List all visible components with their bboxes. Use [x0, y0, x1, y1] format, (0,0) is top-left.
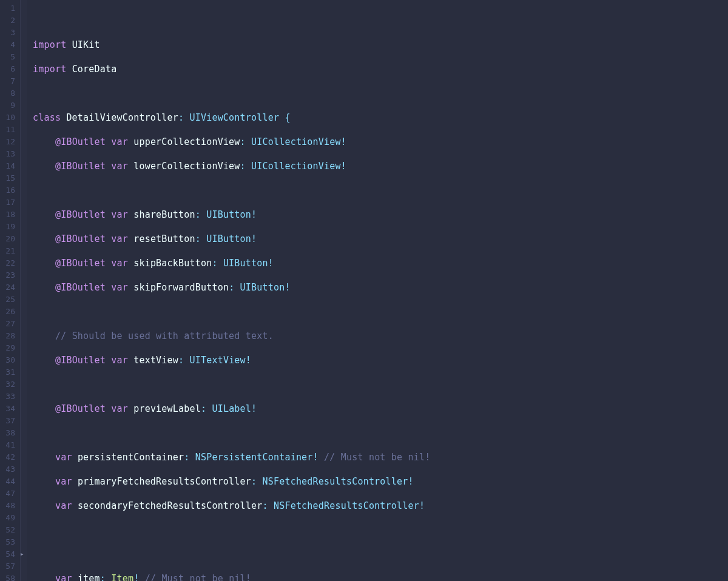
- line-number[interactable]: 14: [0, 160, 16, 172]
- line-number[interactable]: 48: [0, 500, 16, 512]
- line-number[interactable]: 10: [0, 112, 16, 124]
- line-number[interactable]: 37: [0, 415, 16, 427]
- code-line[interactable]: @IBOutlet var shareButton: UIButton!: [33, 209, 728, 221]
- line-number[interactable]: 54: [0, 548, 16, 560]
- line-number[interactable]: 21: [0, 245, 16, 257]
- code-line[interactable]: [33, 378, 728, 391]
- line-number[interactable]: 3: [0, 27, 16, 39]
- line-number[interactable]: 41: [0, 439, 16, 451]
- code-line[interactable]: var primaryFetchedResultsController: NSF…: [33, 475, 728, 488]
- line-number[interactable]: 34: [0, 403, 16, 415]
- code-line[interactable]: @IBOutlet var skipBackButton: UIButton!: [33, 257, 728, 269]
- line-number[interactable]: 11: [0, 124, 16, 136]
- code-line[interactable]: @IBOutlet var resetButton: UIButton!: [33, 233, 728, 245]
- line-number[interactable]: 9: [0, 99, 16, 112]
- line-number[interactable]: 20: [0, 233, 16, 245]
- code-area[interactable]: import UIKit import CoreData class Detai…: [27, 0, 728, 581]
- line-number[interactable]: 53: [0, 536, 16, 548]
- line-number[interactable]: 28: [0, 330, 16, 342]
- code-editor[interactable]: 1 2 3 4 5 6 7 8 9 10 11 12 13 14 15 16 1…: [0, 0, 728, 581]
- line-number[interactable]: 38: [0, 427, 16, 439]
- line-number-gutter[interactable]: 1 2 3 4 5 6 7 8 9 10 11 12 13 14 15 16 1…: [0, 0, 21, 581]
- line-number[interactable]: 44: [0, 475, 16, 488]
- line-number[interactable]: 7: [0, 75, 16, 87]
- line-number[interactable]: 8: [0, 87, 16, 99]
- code-line[interactable]: import CoreData: [33, 63, 728, 75]
- line-number[interactable]: 13: [0, 148, 16, 160]
- line-number[interactable]: 27: [0, 318, 16, 330]
- code-line[interactable]: var item: Item! // Must not be nil!: [33, 573, 728, 581]
- code-line[interactable]: @IBOutlet var skipForwardButton: UIButto…: [33, 281, 728, 294]
- line-number[interactable]: 30: [0, 354, 16, 366]
- line-number[interactable]: 22: [0, 257, 16, 269]
- line-number[interactable]: 49: [0, 512, 16, 524]
- line-number[interactable]: 1: [0, 2, 16, 15]
- line-number[interactable]: 25: [0, 294, 16, 306]
- code-line[interactable]: var secondaryFetchedResultsController: N…: [33, 500, 728, 512]
- code-line[interactable]: @IBOutlet var textView: UITextView!: [33, 354, 728, 366]
- code-line[interactable]: [33, 306, 728, 318]
- breakpoint-marker-icon[interactable]: ▸: [20, 552, 25, 557]
- code-line[interactable]: import UIKit: [33, 39, 728, 51]
- line-number[interactable]: 52: [0, 524, 16, 536]
- line-number[interactable]: 33: [0, 391, 16, 403]
- line-number[interactable]: 6: [0, 63, 16, 75]
- code-line[interactable]: var persistentContainer: NSPersistentCon…: [33, 451, 728, 463]
- code-line[interactable]: [33, 524, 728, 536]
- line-number[interactable]: 57: [0, 560, 16, 573]
- code-line[interactable]: // Should be used with attributed text.: [33, 330, 728, 342]
- line-number[interactable]: 47: [0, 488, 16, 500]
- line-number[interactable]: 24: [0, 281, 16, 294]
- line-number[interactable]: 2: [0, 15, 16, 27]
- line-number[interactable]: 23: [0, 269, 16, 281]
- code-line[interactable]: [33, 548, 728, 560]
- code-line[interactable]: [33, 15, 728, 27]
- code-line[interactable]: [33, 427, 728, 439]
- line-number[interactable]: 43: [0, 463, 16, 475]
- line-number[interactable]: 17: [0, 196, 16, 209]
- code-line[interactable]: @IBOutlet var upperCollectionView: UICol…: [33, 136, 728, 148]
- line-number[interactable]: 58: [0, 573, 16, 581]
- line-number[interactable]: 31: [0, 366, 16, 378]
- line-number[interactable]: 12: [0, 136, 16, 148]
- line-number[interactable]: 42: [0, 451, 16, 463]
- line-number[interactable]: 19: [0, 221, 16, 233]
- line-number[interactable]: 29: [0, 342, 16, 354]
- line-number[interactable]: 5: [0, 51, 16, 63]
- line-number[interactable]: 4: [0, 39, 16, 51]
- line-number[interactable]: 15: [0, 172, 16, 184]
- code-line[interactable]: class DetailViewController: UIViewContro…: [33, 112, 728, 124]
- code-line[interactable]: @IBOutlet var previewLabel: UILabel!: [33, 403, 728, 415]
- line-number[interactable]: 16: [0, 184, 16, 196]
- fold-column[interactable]: ▸: [21, 0, 27, 581]
- line-number[interactable]: 32: [0, 378, 16, 391]
- code-line[interactable]: [33, 184, 728, 196]
- code-line[interactable]: [33, 87, 728, 99]
- line-number[interactable]: 26: [0, 306, 16, 318]
- code-line[interactable]: @IBOutlet var lowerCollectionView: UICol…: [33, 160, 728, 172]
- line-number[interactable]: 18: [0, 209, 16, 221]
